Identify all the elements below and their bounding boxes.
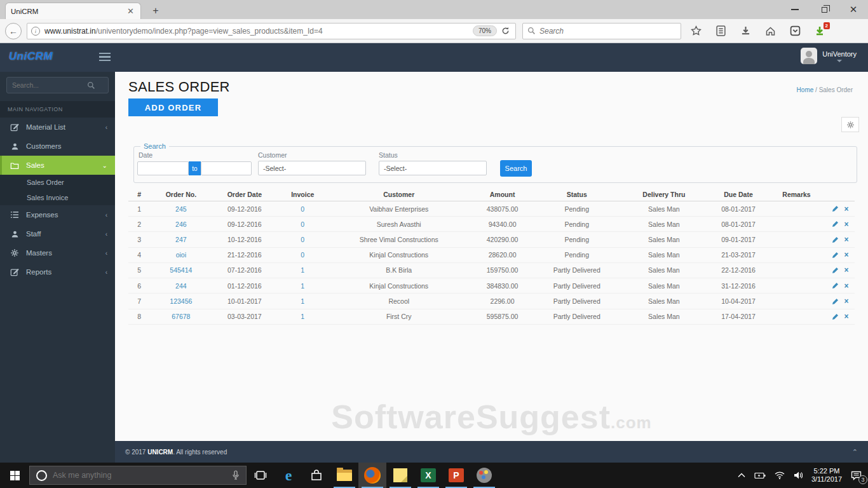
sidebar-toggle-icon[interactable]	[99, 53, 111, 61]
taskbar-firefox-icon[interactable]	[358, 463, 386, 488]
bookmark-star-icon[interactable]	[690, 25, 702, 37]
window-minimize-button[interactable]	[780, 0, 810, 19]
task-view-button[interactable]	[247, 463, 275, 488]
app-logo[interactable]: UniCRM	[9, 50, 53, 63]
delete-icon[interactable]: ×	[844, 235, 849, 244]
action-center-button[interactable]: 3	[851, 471, 862, 480]
delete-icon[interactable]: ×	[844, 312, 849, 321]
browser-search-box[interactable]	[522, 23, 681, 39]
invoice-link[interactable]: 0	[301, 251, 304, 259]
taskbar-store-icon[interactable]	[302, 463, 330, 488]
download-manager-icon[interactable]: 2	[814, 25, 825, 37]
taskbar-date: 3/11/2017	[811, 475, 842, 484]
pocket-icon[interactable]	[789, 25, 801, 37]
window-restore-button[interactable]	[810, 0, 839, 19]
sidebar-item-sales[interactable]: Sales ⌄	[0, 156, 115, 175]
sidebar-item-sales-invoice[interactable]: Sales Invoice	[0, 190, 115, 205]
invoice-link[interactable]: 0	[301, 220, 304, 228]
sidebar-item-expenses[interactable]: Expenses ‹	[0, 205, 115, 224]
add-order-button[interactable]: ADD ORDER	[128, 98, 218, 116]
breadcrumb-home-link[interactable]: Home	[797, 86, 814, 93]
delete-icon[interactable]: ×	[844, 220, 849, 229]
invoice-link[interactable]: 1	[301, 313, 304, 320]
order-no-link[interactable]: 545414	[170, 266, 192, 274]
cortana-search[interactable]	[29, 466, 247, 485]
amount: 595875.00	[470, 309, 535, 324]
order-no-link[interactable]: 123456	[170, 297, 192, 305]
invoice-link[interactable]: 1	[301, 266, 304, 274]
microphone-icon[interactable]	[232, 470, 240, 480]
edit-icon[interactable]	[832, 313, 839, 320]
edit-icon[interactable]	[832, 267, 839, 274]
order-no-link[interactable]: 247	[175, 236, 187, 243]
home-icon[interactable]	[764, 25, 776, 37]
invoice-link[interactable]: 0	[301, 236, 304, 243]
tab-close-icon[interactable]: ✕	[126, 6, 135, 16]
taskbar-file-explorer-icon[interactable]	[330, 463, 358, 488]
taskbar-clock[interactable]: 5:22 PM 3/11/2017	[811, 467, 842, 484]
order-no-link[interactable]: 245	[175, 205, 187, 213]
order-no-link[interactable]: 246	[175, 220, 187, 228]
sidebar-item-reports[interactable]: Reports ‹	[0, 262, 115, 281]
sidebar-search-input[interactable]	[12, 81, 87, 89]
url-bar[interactable]: i www.unistrat.in/univentorydemo/index.p…	[27, 23, 516, 39]
back-button[interactable]: ←	[5, 23, 22, 39]
invoice-link[interactable]: 1	[301, 282, 304, 290]
status-label: Status	[379, 151, 398, 159]
edit-icon[interactable]	[832, 220, 839, 227]
edit-icon[interactable]	[832, 205, 839, 212]
sidebar-item-sales-order[interactable]: Sales Order	[0, 175, 115, 190]
sidebar-item-staff[interactable]: Staff ‹	[0, 224, 115, 243]
delete-icon[interactable]: ×	[844, 266, 849, 275]
date-from-input[interactable]	[137, 161, 189, 175]
date-to-input[interactable]	[201, 161, 252, 175]
footer-collapse-icon[interactable]: ⌃	[852, 448, 858, 456]
cortana-search-input[interactable]	[53, 471, 232, 480]
delete-icon[interactable]: ×	[844, 281, 849, 290]
delete-icon[interactable]: ×	[844, 250, 849, 259]
customer-name: Shree Vimal Constructions	[328, 232, 470, 247]
battery-icon[interactable]	[754, 472, 766, 479]
tray-expand-icon[interactable]	[738, 473, 745, 478]
invoice-link[interactable]: 0	[301, 205, 304, 213]
table-settings-button[interactable]	[841, 117, 859, 132]
order-no-link[interactable]: 244	[175, 282, 187, 290]
browser-menu-icon[interactable]	[839, 27, 849, 35]
sidebar-search[interactable]	[6, 77, 109, 93]
invoice-link[interactable]: 1	[301, 297, 304, 305]
search-button[interactable]: Search	[500, 160, 532, 177]
edit-icon[interactable]	[832, 282, 839, 289]
wifi-icon[interactable]	[775, 471, 785, 479]
user-menu[interactable]: UniVentory	[801, 48, 857, 64]
sidebar-item-masters[interactable]: Masters ‹	[0, 243, 115, 262]
edit-icon[interactable]	[832, 252, 839, 259]
volume-icon[interactable]	[794, 471, 803, 479]
table-row: 2 246 09-12-2016 0 Suresh Avasthi 94340.…	[128, 217, 855, 232]
site-info-icon[interactable]: i	[31, 27, 40, 36]
edit-icon[interactable]	[832, 298, 839, 305]
browser-tab[interactable]: UniCRM ✕	[5, 3, 141, 19]
url-text[interactable]: www.unistrat.in/univentorydemo/index.php…	[44, 27, 473, 36]
delete-icon[interactable]: ×	[844, 205, 849, 214]
order-no-link[interactable]: oioi	[176, 251, 186, 259]
taskbar-edge-icon[interactable]: e	[275, 463, 302, 488]
start-button[interactable]	[0, 463, 29, 488]
status-select[interactable]: -Select-	[379, 161, 487, 175]
reload-icon[interactable]	[501, 26, 510, 36]
browser-search-input[interactable]	[539, 27, 667, 36]
new-tab-button[interactable]: +	[147, 4, 164, 18]
taskbar-excel-icon[interactable]: X	[414, 463, 442, 488]
edit-icon[interactable]	[832, 236, 839, 243]
reading-list-icon[interactable]	[715, 25, 726, 37]
customer-select[interactable]: -Select-	[258, 161, 366, 175]
window-close-button[interactable]: ✕	[839, 0, 868, 19]
order-no-link[interactable]: 67678	[172, 313, 190, 320]
taskbar-powerpoint-icon[interactable]: P	[442, 463, 470, 488]
downloads-icon[interactable]	[740, 25, 751, 37]
sidebar-item-material-list[interactable]: Material List ‹	[0, 118, 115, 137]
taskbar-sticky-notes-icon[interactable]	[386, 463, 414, 488]
zoom-level-badge[interactable]: 70%	[473, 25, 497, 36]
sidebar-item-customers[interactable]: Customers	[0, 137, 115, 156]
taskbar-paint-icon[interactable]	[470, 463, 498, 488]
delete-icon[interactable]: ×	[844, 297, 849, 306]
